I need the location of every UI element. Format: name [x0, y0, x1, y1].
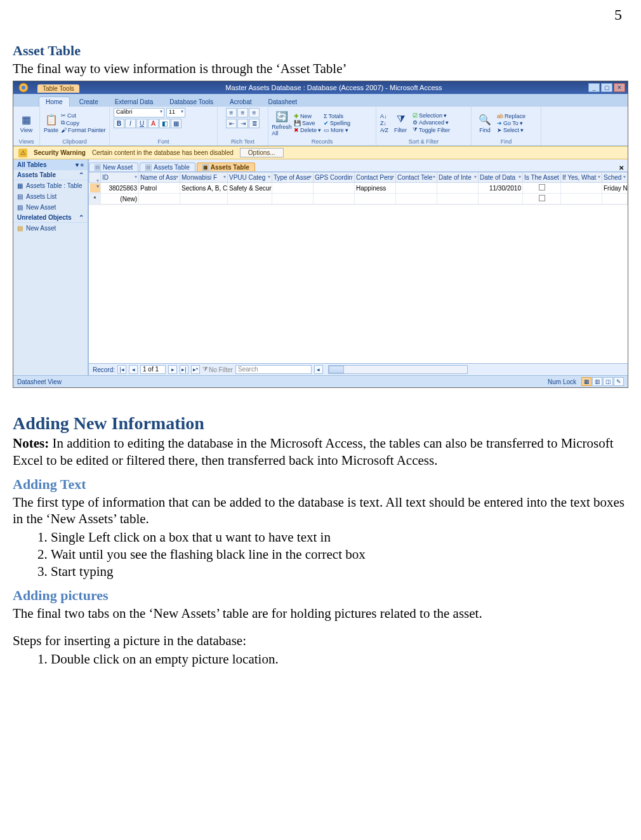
font-name-select[interactable]: Calibri — [114, 108, 164, 117]
col-tel[interactable]: Contact Tele — [396, 173, 437, 183]
more-button[interactable]: ▭More ▾ — [324, 127, 350, 133]
heading-asset-table: Asset Table — [13, 43, 628, 59]
col-mon[interactable]: Monwabisi F — [180, 173, 228, 183]
next-record-button[interactable]: ▸ — [168, 365, 177, 374]
maximize-button[interactable]: ▢ — [601, 83, 612, 92]
col-name[interactable]: Name of Ass — [139, 173, 180, 183]
sort-desc-icon: Z↓ — [380, 120, 387, 126]
nav-item-assets-table[interactable]: ▦Assets Table : Table — [13, 180, 88, 191]
nav-category-unrelated[interactable]: Unrelated Objects⌃ — [13, 213, 88, 223]
para-pic-steps-intro: Steps for inserting a picture in the dat… — [13, 632, 628, 649]
cut-button[interactable]: ✂Cut — [61, 112, 106, 119]
ribbon-tab-home[interactable]: Home — [39, 97, 70, 107]
ribbon-tab-datasheet[interactable]: Datasheet — [261, 97, 305, 107]
filter-button[interactable]: ⧩ Filter — [391, 112, 410, 133]
new-row[interactable]: * (New) — [89, 194, 628, 204]
datasheet-empty-area[interactable] — [89, 204, 628, 363]
record-search-box[interactable]: Search — [235, 365, 312, 374]
col-vpuu[interactable]: VPUU Categ — [228, 173, 272, 183]
fill-color-button[interactable]: ◧ — [159, 119, 170, 128]
copy-button[interactable]: ⧉Copy — [61, 119, 106, 126]
totals-button[interactable]: ΣTotals — [324, 113, 350, 119]
scrollbar-thumb[interactable] — [329, 366, 344, 373]
sort-asc-button[interactable]: A↓ — [380, 113, 388, 119]
new-record-nav-button[interactable]: ▸* — [191, 365, 200, 374]
doctab-assets-table-active[interactable]: ▦Assets Table — [197, 163, 255, 171]
gridlines-button[interactable]: ▦ — [171, 119, 182, 128]
col-id[interactable]: ID — [101, 173, 139, 183]
col-data[interactable]: Date of Data — [479, 173, 523, 183]
new-record-button[interactable]: ✚New — [294, 113, 321, 119]
view-design-icon[interactable]: ✎ — [614, 377, 624, 386]
col-ifyes[interactable]: If Yes, What — [561, 173, 602, 183]
underline-button[interactable]: U — [136, 119, 147, 128]
ribbon-tab-external-data[interactable]: External Data — [108, 97, 161, 107]
view-pivottable-icon[interactable]: ▥ — [592, 377, 602, 386]
view-datasheet-icon[interactable]: ▦ — [581, 377, 591, 386]
align-right-button[interactable]: ≡ — [249, 108, 260, 117]
nav-item-new-asset[interactable]: ▤New Asset — [13, 202, 88, 213]
increase-indent-button[interactable]: ⇥ — [237, 119, 248, 128]
prev-record-button[interactable]: ◂ — [129, 365, 138, 374]
col-sched[interactable]: Sched — [602, 173, 628, 183]
checkbox-icon[interactable] — [539, 184, 545, 190]
office-button[interactable] — [16, 81, 31, 94]
align-center-button[interactable]: ≡ — [237, 108, 248, 117]
record-position[interactable]: 1 of 1 — [140, 365, 166, 374]
doctab-new-asset[interactable]: ▤New Asset — [89, 163, 138, 171]
checkbox-icon[interactable] — [539, 195, 545, 201]
toggle-filter-button[interactable]: ⧩Toggle Filter — [413, 126, 450, 133]
ribbon-tab-acrobat[interactable]: Acrobat — [223, 97, 258, 107]
col-type[interactable]: Type of Asse — [272, 173, 314, 183]
clear-sort-button[interactable]: A⁄Z — [380, 127, 388, 133]
goto-button[interactable]: ➔Go To ▾ — [497, 120, 525, 126]
close-button[interactable]: ✕ — [614, 83, 625, 92]
bold-button[interactable]: B — [114, 119, 124, 128]
nav-category-assets-table[interactable]: Assets Table⌃ — [13, 170, 88, 180]
horizontal-scrollbar[interactable] — [328, 365, 468, 374]
view-pivotchart-icon[interactable]: ◫ — [603, 377, 613, 386]
font-size-select[interactable]: 11 — [166, 108, 185, 117]
datasheet-grid[interactable]: ID Name of Ass Monwabisi F VPUU Categ Ty… — [89, 172, 628, 204]
spelling-button[interactable]: ✔Spelling — [324, 120, 350, 126]
col-gps[interactable]: GPS Coordin — [314, 173, 355, 183]
font-color-button[interactable]: A — [148, 119, 159, 128]
format-painter-button[interactable]: 🖌Format Painter — [61, 127, 106, 133]
replace-button[interactable]: abReplace — [497, 113, 525, 119]
nav-item-assets-list[interactable]: ▤Assets List — [13, 191, 88, 202]
nav-item-unrelated-new-asset[interactable]: ▤New Asset — [13, 223, 88, 234]
new-row-selector[interactable]: * — [89, 194, 101, 204]
advanced-filter-button[interactable]: ⚙Advanced ▾ — [413, 119, 450, 126]
row-selector[interactable] — [89, 183, 101, 193]
selection-button[interactable]: ☑Selection ▾ — [413, 112, 450, 119]
minimize-button[interactable]: _ — [588, 83, 600, 92]
find-button[interactable]: 🔍 Find — [475, 112, 494, 133]
steps-adding-pictures: Double click on an empty picture locatio… — [38, 651, 628, 667]
col-isasset[interactable]: Is The Asset — [523, 173, 561, 183]
doctab-close-button[interactable]: ✕ — [615, 164, 628, 171]
refresh-all-button[interactable]: 🔄 Refresh All — [272, 109, 291, 137]
italic-button[interactable]: I — [125, 119, 136, 128]
paste-button[interactable]: 📋 Paste — [44, 112, 58, 133]
last-record-button[interactable]: ▸| — [180, 365, 188, 374]
save-record-button[interactable]: 💾Save — [294, 120, 321, 126]
list-button[interactable]: ≣ — [249, 119, 260, 128]
security-options-button[interactable]: Options... — [240, 148, 284, 157]
ribbon-tab-create[interactable]: Create — [72, 97, 105, 107]
ribbon-tab-database-tools[interactable]: Database Tools — [162, 97, 220, 107]
decrease-indent-button[interactable]: ⇤ — [226, 119, 237, 128]
align-left-button[interactable]: ≡ — [226, 108, 237, 117]
doctab-assets-table-1[interactable]: ▤Assets Table — [140, 163, 195, 171]
view-button[interactable]: ▦ View — [17, 112, 36, 133]
select-button[interactable]: ➤Select ▾ — [497, 127, 525, 133]
data-row-1[interactable]: 38025863 Patrol Sections A, B, C Safety … — [89, 183, 628, 194]
nav-header[interactable]: All Tables ▾ « — [13, 159, 88, 170]
col-interv[interactable]: Date of Inte — [437, 173, 479, 183]
delete-record-button[interactable]: ✖Delete ▾ — [294, 127, 321, 133]
col-contact[interactable]: Contact Pers — [355, 173, 396, 183]
shield-icon: ⚠ — [18, 149, 27, 157]
sort-desc-button[interactable]: Z↓ — [380, 120, 388, 126]
document-tabs: ▤New Asset ▤Assets Table ▦Assets Table ✕ — [89, 159, 628, 172]
first-record-button[interactable]: |◂ — [117, 365, 126, 374]
hscroll-left[interactable]: ◂ — [314, 365, 323, 374]
